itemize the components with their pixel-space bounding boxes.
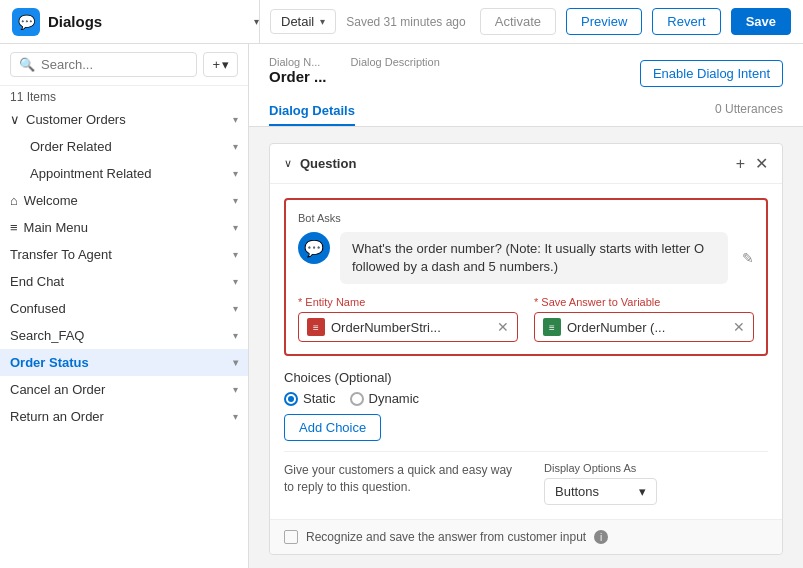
items-count: 11 Items <box>0 86 248 106</box>
sidebar-items: ∨ Customer Orders ▾ Order Related ▾ Appo… <box>0 106 248 568</box>
search-faq-chevron-icon: ▾ <box>233 330 238 341</box>
order-related-chevron-icon: ▾ <box>233 141 238 152</box>
sidebar-item-cancel-order[interactable]: Cancel an Order ▾ <box>0 376 248 403</box>
add-element-button[interactable]: + <box>736 155 745 173</box>
sidebar-group-customer-orders-header[interactable]: ∨ Customer Orders ▾ <box>0 106 248 133</box>
tab-utterances[interactable]: 0 Utterances <box>715 102 783 122</box>
dynamic-label: Dynamic <box>369 391 420 406</box>
enable-dialog-intent-button[interactable]: Enable Dialog Intent <box>640 60 783 87</box>
sidebar-search-row: 🔍 + ▾ <box>0 44 248 86</box>
sidebar: 🔍 + ▾ 11 Items ∨ Customer Orders ▾ Order… <box>0 44 249 568</box>
end-chat-chevron-icon: ▾ <box>233 276 238 287</box>
static-radio[interactable]: Static <box>284 391 336 406</box>
app-title-chevron-icon[interactable]: ▾ <box>254 16 259 27</box>
entity-name-field: * Entity Name ≡ OrderNumberStri... ✕ <box>298 296 518 342</box>
order-status-chevron-icon: ▾ <box>233 357 238 368</box>
sidebar-item-appointment-related[interactable]: Appointment Related ▾ <box>0 160 248 187</box>
close-panel-button[interactable]: ✕ <box>755 154 768 173</box>
sidebar-item-order-status[interactable]: Order Status ▾ <box>0 349 248 376</box>
sidebar-group-customer-orders: ∨ Customer Orders ▾ Order Related ▾ Appo… <box>0 106 248 187</box>
radio-group: Static Dynamic <box>284 391 768 406</box>
add-chevron-icon: ▾ <box>222 57 229 72</box>
search-input[interactable] <box>41 57 188 72</box>
sidebar-item-label: Return an Order <box>10 409 104 424</box>
dialog-name-desc: Dialog N... Order ... Dialog Description <box>269 56 620 86</box>
sidebar-item-order-related[interactable]: Order Related ▾ <box>0 133 248 160</box>
collapse-question-icon: ∨ <box>284 157 292 170</box>
sidebar-header: 💬 Dialogs ▾ <box>12 0 260 43</box>
save-button[interactable]: Save <box>731 8 791 35</box>
recognize-row: Recognize and save the answer from custo… <box>270 519 782 554</box>
top-bar-right: Detail ▾ Saved 31 minutes ago Activate P… <box>270 8 791 35</box>
tab-dialog-details[interactable]: Dialog Details <box>269 97 355 126</box>
content-body: ∨ Question + ✕ Bot Asks 💬 What's the ord… <box>249 127 803 568</box>
edit-icon[interactable]: ✎ <box>742 250 754 266</box>
static-radio-dot <box>284 392 298 406</box>
detail-select[interactable]: Detail ▾ <box>270 9 336 34</box>
entity-name-text: OrderNumberStri... <box>331 320 491 335</box>
entity-row: * Entity Name ≡ OrderNumberStri... ✕ <box>298 296 754 342</box>
add-button[interactable]: + ▾ <box>203 52 238 77</box>
question-body: Bot Asks 💬 What's the order number? (Not… <box>270 184 782 519</box>
detail-chevron-icon: ▾ <box>320 16 325 27</box>
content-tabs: Dialog Details 0 Utterances <box>269 97 783 126</box>
entity-name-clear-button[interactable]: ✕ <box>497 319 509 335</box>
sidebar-item-label: Confused <box>10 301 66 316</box>
sidebar-item-welcome[interactable]: ⌂ Welcome ▾ <box>0 187 248 214</box>
dynamic-radio[interactable]: Dynamic <box>350 391 420 406</box>
choices-label: Choices (Optional) <box>284 370 768 385</box>
dialog-name-value: Order ... <box>269 68 327 85</box>
display-select-chevron-icon: ▾ <box>639 484 646 499</box>
sidebar-item-search-faq[interactable]: Search_FAQ ▾ <box>0 322 248 349</box>
main-menu-chevron-icon: ▾ <box>233 222 238 233</box>
add-choice-button[interactable]: Add Choice <box>284 414 381 441</box>
search-box[interactable]: 🔍 <box>10 52 197 77</box>
save-variable-text: OrderNumber (... <box>567 320 727 335</box>
save-variable-value: ≡ OrderNumber (... ✕ <box>534 312 754 342</box>
question-panel: ∨ Question + ✕ Bot Asks 💬 What's the ord… <box>269 143 783 555</box>
transfer-chevron-icon: ▾ <box>233 249 238 260</box>
activate-button[interactable]: Activate <box>480 8 556 35</box>
choices-section: Choices (Optional) Static Dynamic Ad <box>284 370 768 451</box>
sidebar-item-transfer-to-agent[interactable]: Transfer To Agent ▾ <box>0 241 248 268</box>
bot-asks-section: Bot Asks 💬 What's the order number? (Not… <box>284 198 768 356</box>
main-layout: 🔍 + ▾ 11 Items ∨ Customer Orders ▾ Order… <box>0 44 803 568</box>
panel-actions: + ✕ <box>736 154 768 173</box>
dialog-name-label: Dialog N... <box>269 56 327 68</box>
sidebar-item-label: Main Menu <box>24 220 88 235</box>
sidebar-item-label: Order Status <box>10 355 89 370</box>
content-header: Dialog N... Order ... Dialog Description… <box>249 44 803 127</box>
sidebar-item-main-menu[interactable]: ≡ Main Menu ▾ <box>0 214 248 241</box>
variable-type-icon: ≡ <box>543 318 561 336</box>
sidebar-item-confused[interactable]: Confused ▾ <box>0 295 248 322</box>
sidebar-group-label: Customer Orders <box>26 112 126 127</box>
sidebar-item-return-order[interactable]: Return an Order ▾ <box>0 403 248 430</box>
entity-name-value: ≡ OrderNumberStri... ✕ <box>298 312 518 342</box>
display-options-row: Give your customers a quick and easy way… <box>284 451 768 505</box>
dynamic-radio-dot <box>350 392 364 406</box>
display-select-value: Buttons <box>555 484 599 499</box>
content-area: Dialog N... Order ... Dialog Description… <box>249 44 803 568</box>
top-bar: 💬 Dialogs ▾ Detail ▾ Saved 31 minutes ag… <box>0 0 803 44</box>
sidebar-item-label: Cancel an Order <box>10 382 105 397</box>
entity-type-icon: ≡ <box>307 318 325 336</box>
sidebar-item-label: Transfer To Agent <box>10 247 112 262</box>
question-title: Question <box>300 156 728 171</box>
preview-button[interactable]: Preview <box>566 8 642 35</box>
appointment-related-chevron-icon: ▾ <box>233 168 238 179</box>
recognize-info-icon[interactable]: i <box>594 530 608 544</box>
revert-button[interactable]: Revert <box>652 8 720 35</box>
bot-avatar: 💬 <box>298 232 330 264</box>
save-variable-label: * Save Answer to Variable <box>534 296 754 308</box>
search-icon: 🔍 <box>19 57 35 72</box>
give-customers-text: Give your customers a quick and easy way… <box>284 462 524 496</box>
sidebar-item-label: Order Related <box>30 139 112 154</box>
menu-icon: ≡ <box>10 220 18 235</box>
recognize-checkbox[interactable] <box>284 530 298 544</box>
display-select[interactable]: Buttons ▾ <box>544 478 657 505</box>
recognize-label: Recognize and save the answer from custo… <box>306 530 586 544</box>
sidebar-item-end-chat[interactable]: End Chat ▾ <box>0 268 248 295</box>
save-variable-clear-button[interactable]: ✕ <box>733 319 745 335</box>
dialog-desc-label: Dialog Description <box>351 56 440 68</box>
saved-text: Saved 31 minutes ago <box>346 15 470 29</box>
